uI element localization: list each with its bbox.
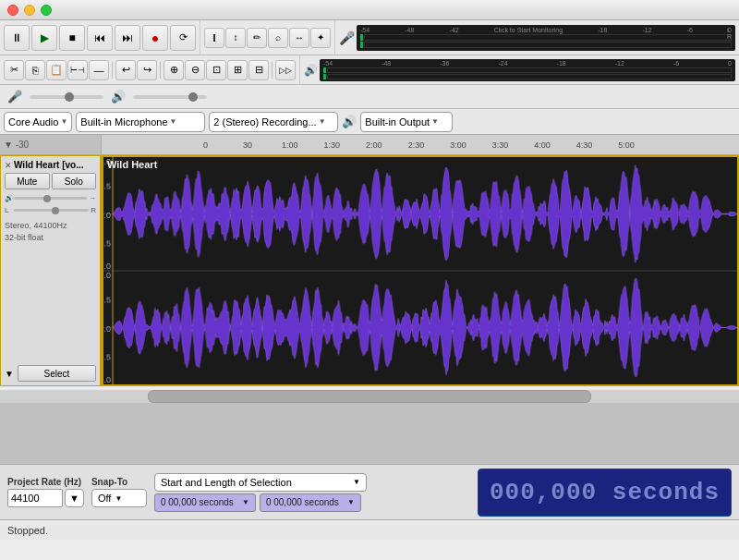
gain-row: 🔊 → [5, 194, 96, 202]
mixer-toolbar: 🎤 🔊 [0, 85, 739, 109]
zoom-tool-button[interactable]: ⌕ [268, 28, 288, 48]
tool-toolbar: I ↕ ✏ ⌕ ↔ ✦ [200, 20, 335, 55]
waveform-title: Wild Heart [107, 159, 157, 170]
track-info: Stereo, 44100Hz32-bit float [5, 220, 96, 243]
speaker-icon[interactable]: 🔊 [304, 64, 318, 77]
microphone-select[interactable]: Built-in Microphone ▼ [76, 112, 205, 132]
select-button[interactable]: Select [18, 365, 96, 382]
close-button[interactable] [7, 5, 18, 16]
envelope-tool-button[interactable]: ↕ [225, 28, 246, 48]
track-name: Wild Heart [vo... [14, 160, 96, 170]
channels-select[interactable]: 2 (Stereo) Recording... ▼ [209, 112, 338, 132]
timeline-ruler: ▼ -30 0 30 1:00 1:30 2:00 2:30 3:00 3:30… [0, 135, 739, 155]
scrollbar-thumb[interactable] [148, 390, 591, 403]
loop-button[interactable]: ⟳ [170, 25, 196, 51]
time-display: 000,000 seconds [478, 469, 732, 517]
record-button[interactable]: ● [142, 25, 168, 51]
solo-button[interactable]: Solo [52, 173, 97, 189]
separator [272, 62, 273, 79]
empty-track-area [0, 390, 739, 464]
maximize-button[interactable] [41, 5, 52, 16]
zoom-sel-button[interactable]: ⊡ [206, 60, 226, 80]
separator [160, 62, 161, 79]
status-bar: Stopped. [0, 519, 739, 540]
playback-volume-thumb[interactable] [188, 92, 198, 102]
mic-icon[interactable]: 🎤 [339, 30, 355, 45]
project-rate-section: Project Rate (Hz) ▼ [7, 477, 84, 507]
status-text: Stopped. [7, 525, 48, 536]
track-area: ✕ Wild Heart [vo... Mute Solo 🔊 → L R St… [0, 155, 739, 386]
playback-meter: 🔊 -54 -48 -36 -24 -18 -12 -6 0 [300, 55, 739, 84]
zoom-out-button[interactable]: ⊖ [185, 60, 205, 80]
project-rate-label: Project Rate (Hz) [7, 477, 84, 487]
selection-type-dropdown[interactable]: Start and Length of Selection ▼ [154, 473, 367, 492]
track-panel: ✕ Wild Heart [vo... Mute Solo 🔊 → L R St… [0, 155, 102, 386]
title-bar [0, 0, 739, 20]
mic-volume-slider[interactable] [30, 95, 103, 99]
project-rate-dropdown[interactable]: ▼ [65, 489, 84, 507]
project-rate-input[interactable] [7, 489, 63, 507]
minimize-button[interactable] [24, 5, 35, 16]
selection-length-input[interactable]: 0 00,000 seconds ▼ [260, 493, 361, 512]
play-button[interactable]: ▶ [31, 25, 57, 51]
mute-button[interactable]: Mute [5, 173, 50, 189]
mute-solo-row: Mute Solo [5, 173, 96, 189]
output-select[interactable]: Built-in Output ▼ [360, 112, 453, 132]
copy-button[interactable]: ⎘ [25, 60, 45, 80]
transport-toolbar: ⏸ ▶ ■ ⏮ ⏭ ● ⟳ [0, 20, 200, 55]
silence-button[interactable]: — [89, 60, 109, 80]
paste-button[interactable]: 📋 [46, 60, 67, 80]
snap-to-dropdown[interactable]: Off ▼ [91, 489, 147, 507]
zoom-in-button[interactable]: ⊕ [164, 60, 184, 80]
speaker-small-icon: 🔊 [111, 90, 126, 103]
redo-button[interactable]: ↪ [137, 60, 157, 80]
select-tool-button[interactable]: I [204, 28, 224, 48]
gain-slider[interactable] [14, 197, 87, 200]
pan-slider[interactable] [14, 209, 89, 212]
track-collapse-icon[interactable]: ▼ [5, 369, 14, 379]
snap-to-section: Snap-To Off ▼ [91, 477, 147, 507]
pan-thumb[interactable] [52, 207, 59, 214]
bottom-bar: Project Rate (Hz) ▼ Snap-To Off ▼ Start … [0, 464, 739, 519]
zoom-toggle-button[interactable]: ⊟ [248, 60, 269, 80]
toolbars: ⏸ ▶ ■ ⏮ ⏭ ● ⟳ I [0, 20, 739, 135]
chevron-down-icon: ▼ [431, 117, 439, 126]
pause-button[interactable]: ⏸ [4, 25, 30, 51]
draw-tool-button[interactable]: ✏ [247, 28, 267, 48]
pan-row: L R [5, 206, 96, 214]
chevron-down-icon: ▼ [170, 117, 177, 126]
record-meter-display: -54 -48 -42 Click to Start Monitoring -1… [357, 25, 735, 51]
playback-extra-button[interactable]: ▷▷ [275, 60, 296, 80]
track-close-button[interactable]: ✕ [5, 161, 12, 170]
playback-meter-display: -54 -48 -36 -24 -18 -12 -6 0 [320, 59, 735, 81]
edit-toolbar: ✂ ⎘ 📋 ⊢⊣ — ↩ ↪ ⊕ [0, 55, 300, 84]
speaker-device-icon: 🔊 [342, 115, 357, 128]
stop-button[interactable]: ■ [59, 25, 85, 51]
traffic-lights [7, 5, 52, 16]
gain-thumb[interactable] [43, 195, 51, 202]
horizontal-scrollbar[interactable] [0, 390, 739, 403]
cut-button[interactable]: ✂ [4, 60, 24, 80]
audio-host-select[interactable]: Core Audio ▼ [4, 112, 72, 132]
timeshift-tool-button[interactable]: ↔ [289, 28, 309, 48]
separator [112, 62, 113, 79]
chevron-down-icon: ▼ [60, 117, 67, 126]
lr-labels: LR [727, 27, 732, 40]
trim-button[interactable]: ⊢⊣ [67, 60, 88, 80]
snap-to-label: Snap-To [91, 477, 147, 487]
device-toolbar: Core Audio ▼ Built-in Microphone ▼ 2 (St… [0, 109, 739, 135]
multi-tool-button[interactable]: ✦ [310, 28, 331, 48]
skip-start-button[interactable]: ⏮ [87, 25, 113, 51]
time-digits: 000,000 seconds [490, 479, 720, 506]
selection-start-input[interactable]: 0 00,000 seconds ▼ [154, 493, 256, 512]
undo-button[interactable]: ↩ [115, 60, 136, 80]
selection-section: Start and Length of Selection ▼ 0 00,000… [154, 473, 470, 512]
playback-volume-slider[interactable] [133, 95, 207, 99]
skip-end-button[interactable]: ⏭ [115, 25, 140, 51]
zoom-fit-button[interactable]: ⊞ [227, 60, 248, 80]
mic-volume-thumb[interactable] [65, 92, 74, 102]
record-meter: 🎤 -54 -48 -42 Click to Start Monitoring … [335, 20, 739, 55]
waveform-canvas [103, 157, 737, 384]
mic-small-icon: 🎤 [7, 90, 22, 103]
waveform-display: Wild Heart [102, 155, 739, 386]
